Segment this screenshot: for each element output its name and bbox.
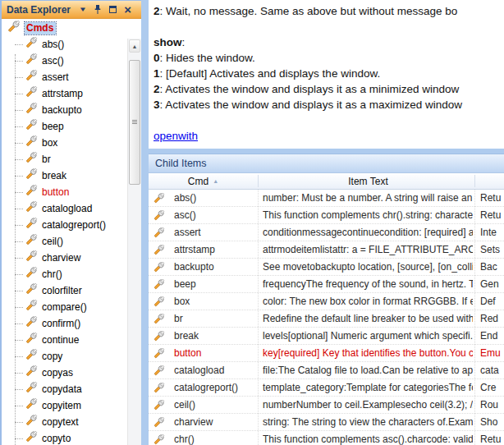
tree-item[interactable]: break: [3, 167, 141, 184]
table-row[interactable]: chr() This function complements asc().ch…: [149, 431, 504, 445]
table-row[interactable]: catalogload file:The Catalog file to loa…: [149, 362, 504, 379]
cell-item-text[interactable]: string: The string to view the character…: [263, 414, 473, 430]
cell-description[interactable]: cata: [480, 362, 504, 378]
tree-item[interactable]: compare(): [3, 299, 141, 315]
tree-item-label[interactable]: copyas: [42, 367, 73, 378]
cell-cmd[interactable]: attrstamp: [174, 241, 256, 258]
maximize-icon[interactable]: [109, 6, 117, 13]
tree-item-label[interactable]: continue: [42, 334, 79, 346]
child-items-header[interactable]: Child Items: [149, 154, 504, 173]
cell-item-text[interactable]: key[required] Key that identifies the bu…: [263, 345, 473, 361]
cell-cmd[interactable]: assert: [174, 224, 256, 241]
tree-item-label[interactable]: abs(): [42, 39, 64, 50]
table-row[interactable]: catalogreport() template_category:Templa…: [149, 379, 504, 397]
table-row[interactable]: attrstamp attrmodeitemlistattr: a = FILE…: [149, 241, 504, 259]
tree-item-label[interactable]: copyitem: [42, 400, 81, 411]
tree-item[interactable]: button: [3, 184, 141, 200]
cell-description[interactable]: Rou: [480, 397, 504, 413]
cell-description[interactable]: Red: [480, 310, 504, 327]
scrollbar-thumb[interactable]: [129, 60, 140, 185]
cell-item-text[interactable]: file:The Catalog file to load.Can be rel…: [263, 362, 473, 378]
table-row[interactable]: charview string: The string to view the …: [149, 414, 504, 431]
tree-item-label[interactable]: compare(): [42, 301, 87, 313]
auto-hide-pin-icon[interactable]: [94, 4, 102, 15]
window-position-chevron-down-icon[interactable]: ▼: [79, 6, 87, 13]
cell-cmd[interactable]: ceil(): [174, 397, 256, 413]
tree-item[interactable]: continue: [3, 332, 141, 348]
cell-item-text[interactable]: This function complements chr().string: …: [263, 207, 473, 223]
tree-item[interactable]: copydata: [3, 381, 141, 397]
cell-cmd[interactable]: backupto: [174, 259, 256, 275]
cell-cmd[interactable]: button: [174, 345, 256, 361]
cell-cmd[interactable]: catalogload: [174, 362, 256, 378]
tree-scrollbar[interactable]: ▲: [127, 39, 141, 445]
cell-description[interactable]: Emu: [480, 345, 504, 361]
tree-item-label[interactable]: copyto: [42, 433, 71, 444]
cell-cmd[interactable]: break: [174, 328, 256, 344]
cell-item-text[interactable]: number: Must be a number. A string will …: [263, 190, 473, 206]
tree-item[interactable]: copyto: [3, 430, 141, 445]
tree-item[interactable]: copytext: [3, 414, 141, 430]
tree-item[interactable]: backupto: [3, 102, 141, 118]
tree-root-label[interactable]: Cmds: [25, 22, 56, 34]
cell-cmd[interactable]: chr(): [174, 431, 256, 445]
cell-description[interactable]: Retu: [480, 431, 504, 445]
tree-item-label[interactable]: copydata: [42, 383, 82, 395]
close-icon[interactable]: ×: [124, 6, 131, 14]
cell-item-text[interactable]: This function complements asc().charcode…: [263, 431, 473, 445]
cell-cmd[interactable]: asc(): [174, 207, 256, 223]
tree-item-label[interactable]: assert: [42, 71, 69, 83]
table-row[interactable]: backupto See movetobackupto location, [s…: [149, 259, 504, 276]
tree-item-label[interactable]: br: [42, 154, 51, 165]
tree-item[interactable]: charview: [3, 250, 141, 266]
tree-item[interactable]: catalogload: [3, 200, 141, 217]
tree-item[interactable]: confirm(): [3, 315, 141, 332]
tree-item[interactable]: asc(): [3, 53, 141, 69]
cell-cmd[interactable]: box: [174, 293, 256, 310]
cell-item-text[interactable]: Redefine the default line breaker to be …: [263, 310, 473, 327]
table-row[interactable]: br Redefine the default line breaker to …: [149, 310, 504, 328]
tree-item-label[interactable]: button: [42, 186, 69, 198]
cell-description[interactable]: Sho: [480, 414, 504, 430]
tree-item[interactable]: box: [3, 135, 141, 151]
tree-item[interactable]: br: [3, 151, 141, 167]
tree-item-label[interactable]: beep: [42, 121, 64, 132]
cell-item-text[interactable]: levels[optional] Numeric argument which …: [263, 328, 473, 344]
cell-cmd[interactable]: br: [174, 310, 256, 327]
tree-item[interactable]: copy: [3, 348, 141, 365]
table-row[interactable]: abs() number: Must be a number. A string…: [149, 190, 504, 207]
cell-cmd[interactable]: beep: [174, 276, 256, 292]
tree-item-label[interactable]: break: [42, 170, 66, 181]
cell-cmd[interactable]: charview: [174, 414, 256, 430]
cell-description[interactable]: Sets: [480, 241, 504, 258]
tree-item-label[interactable]: copytext: [42, 416, 79, 428]
tree-item[interactable]: copyas: [3, 365, 141, 381]
cell-description[interactable]: Bac: [480, 259, 504, 275]
table-row[interactable]: asc() This function complements chr().st…: [149, 207, 504, 224]
tree-item[interactable]: abs(): [3, 36, 141, 53]
column-divider[interactable]: [474, 175, 475, 187]
cell-description[interactable]: End: [480, 328, 504, 344]
column-divider[interactable]: [258, 175, 259, 187]
tree-item-label[interactable]: copy: [42, 351, 62, 362]
table-row[interactable]: beep frequencyThe frequency of the sound…: [149, 276, 504, 293]
cell-item-text[interactable]: See movetobackupto location, [source], […: [263, 259, 473, 275]
table-row[interactable]: button key[required] Key that identifies…: [149, 345, 504, 362]
tree-item-label[interactable]: box: [42, 137, 57, 149]
tree-item-label[interactable]: asc(): [42, 55, 64, 67]
tree-item[interactable]: catalogreport(): [3, 217, 141, 233]
tree-item[interactable]: colorfilter: [3, 282, 141, 299]
cell-description[interactable]: Cre: [480, 379, 504, 396]
cell-description[interactable]: Retu: [480, 190, 504, 206]
data-explorer-titlebar[interactable]: Data Explorer ▼ ×: [2, 1, 141, 19]
openwith-link[interactable]: openwith: [153, 128, 198, 144]
cell-description[interactable]: Retu: [480, 207, 504, 223]
tree-item[interactable]: copyitem: [3, 397, 141, 414]
table-row[interactable]: break levels[optional] Numeric argument …: [149, 328, 504, 345]
cell-description[interactable]: Def: [480, 293, 504, 310]
cell-description[interactable]: Gen: [480, 276, 504, 292]
tree-item[interactable]: beep: [3, 118, 141, 135]
tree-item[interactable]: ceil(): [3, 233, 141, 250]
tree-item[interactable]: chr(): [3, 266, 141, 282]
scrollbar-up-arrow-icon[interactable]: ▲: [129, 39, 140, 53]
